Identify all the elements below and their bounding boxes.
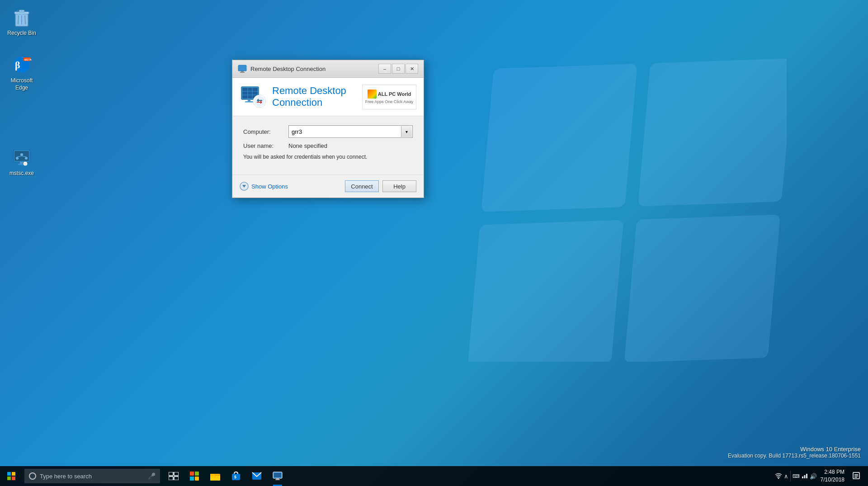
svg-rect-64 [802,477,803,478]
connect-button[interactable]: Connect [345,180,379,192]
rdc-dialog: Remote Desktop Connection – □ ✕ [232,60,424,198]
computer-input-wrap: ▾ [288,125,413,138]
rdc-titlebar-icon [238,64,247,73]
credential-note: You will be asked for credentials when y… [243,154,413,160]
computer-label: Computer: [243,128,288,135]
rdc-logo-icon [240,83,267,110]
svg-rect-69 [854,476,858,477]
minimize-button[interactable]: – [378,64,391,74]
recycle-bin-label: Recycle Bin [7,30,36,37]
watermark-line2: Evaluation copy. Build 17713.rs5_release… [728,453,861,459]
clock-time: 2:48 PM [821,468,844,476]
rdc-title-line1: Remote Desktop [272,85,346,96]
mail-icon[interactable] [247,466,267,486]
svg-line-7 [18,15,19,24]
svg-rect-41 [12,472,15,476]
computer-row: Computer: ▾ [243,125,413,138]
svg-rect-55 [210,474,215,476]
task-view-button[interactable] [164,466,184,486]
store-icon[interactable] [184,466,204,486]
username-row: User name: None specified [243,142,413,149]
start-button[interactable] [0,466,23,486]
search-bar[interactable]: Type here to search 🎤 [24,469,160,483]
ad-title: ALL PC World [378,91,411,97]
svg-rect-50 [190,477,194,481]
volume-icon[interactable]: 🔊 [810,473,817,480]
close-button[interactable]: ✕ [406,64,418,74]
microsoft-edge-icon[interactable]: β BETA Microsoft Edge [4,52,40,93]
taskbar: Type here to search 🎤 [0,466,868,486]
svg-rect-42 [7,477,11,480]
rdc-title-line2: Connection [272,97,322,108]
network-tray-icon[interactable] [775,472,782,480]
svg-rect-61 [276,478,279,479]
svg-rect-65 [804,475,805,478]
svg-point-37 [254,96,265,107]
svg-rect-60 [274,473,281,477]
svg-rect-49 [195,472,199,476]
mstsc-label: mstsc.exe [9,170,34,177]
svg-rect-66 [806,474,807,478]
svg-rect-27 [240,72,245,73]
microphone-icon[interactable]: 🎤 [148,472,156,480]
svg-rect-34 [248,99,250,101]
computer-dropdown-arrow[interactable]: ▾ [401,126,412,137]
microsoft-edge-label: Microsoft Edge [5,77,38,91]
svg-rect-26 [241,71,244,72]
file-explorer-icon[interactable] [205,466,225,486]
taskbar-apps: $ [162,466,289,486]
rdc-taskbar-icon[interactable] [268,466,288,486]
mstsc-icon[interactable]: ↔ mstsc.exe [4,145,40,179]
show-options-icon [240,182,249,191]
desktop: Recycle Bin β BETA Microsoft Edge [0,0,868,486]
search-placeholder: Type here to search [40,473,144,480]
svg-text:$: $ [234,475,236,479]
dialog-footer: Show Options Connect Help [232,175,424,198]
svg-text:↔: ↔ [24,162,27,165]
recycle-bin-image [11,6,33,28]
search-icon [29,472,36,480]
svg-rect-51 [195,477,199,481]
svg-rect-62 [275,479,280,480]
network-icon[interactable] [802,473,808,480]
system-tray: ∧ ⌨ 🔊 2:48 PM 7/10/2018 [771,466,868,486]
svg-rect-3 [624,214,780,362]
svg-point-18 [25,157,28,160]
titlebar-controls: – □ ✕ [378,64,418,74]
dialog-body: Computer: ▾ User name: None specified Yo… [232,116,424,175]
svg-rect-68 [854,474,858,475]
maximize-button[interactable]: □ [392,64,405,74]
svg-rect-48 [190,472,194,476]
system-clock[interactable]: 2:48 PM 7/10/2018 [819,468,846,484]
windows-logo-bg [461,36,787,362]
clock-date: 7/10/2018 [821,476,844,484]
svg-point-17 [16,157,19,160]
computer-input[interactable] [288,125,413,138]
svg-rect-70 [854,477,857,478]
chevron-up-icon[interactable]: ∧ [784,473,788,480]
svg-text:BETA: BETA [24,58,32,61]
watermark-line1: Windows 10 Enterprise [728,446,861,453]
ad-banner: ALL PC World Free Apps One Click Away [362,85,416,109]
recycle-bin-icon[interactable]: Recycle Bin [4,5,40,39]
store2-icon[interactable]: $ [226,466,246,486]
help-button[interactable]: Help [382,180,416,192]
dialog-titlebar[interactable]: Remote Desktop Connection – □ ✕ [232,60,424,78]
svg-rect-44 [169,472,173,476]
svg-rect-6 [19,10,24,12]
svg-rect-47 [174,477,179,480]
svg-rect-25 [238,65,246,71]
dialog-header: Remote Desktop Connection ALL PC World F… [232,78,424,116]
svg-rect-40 [7,472,11,476]
svg-rect-45 [174,472,179,476]
svg-point-16 [20,153,23,156]
show-options-button[interactable]: Show Options [240,182,288,191]
keyboard-icon[interactable]: ⌨ [793,473,800,479]
username-value: None specified [288,142,327,149]
svg-line-9 [25,15,25,24]
watermark: Windows 10 Enterprise Evaluation copy. B… [728,446,861,459]
notification-center[interactable] [848,466,864,486]
svg-rect-46 [169,477,173,480]
rdc-title-text: Remote Desktop Connection [272,85,346,109]
mstsc-image: ↔ [11,146,33,168]
